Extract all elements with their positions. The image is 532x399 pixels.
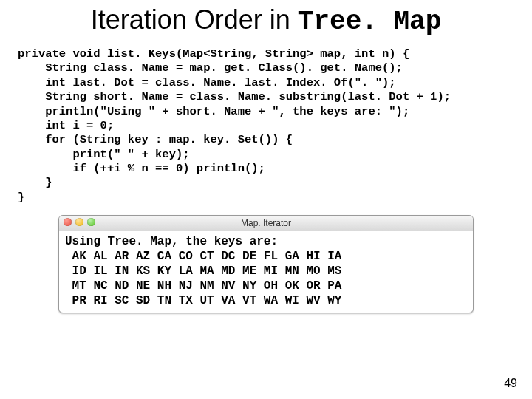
zoom-icon[interactable] <box>87 218 95 226</box>
title-text-mono: Tree. Map <box>298 7 441 37</box>
window-output: Using Tree. Map, the keys are: AK AL AR … <box>59 231 473 313</box>
slide: Iteration Order in Tree. Map private voi… <box>0 0 532 399</box>
close-icon[interactable] <box>64 218 72 226</box>
title-text-prefix: Iteration Order in <box>91 4 298 35</box>
page-number: 49 <box>504 377 517 390</box>
window-titlebar: Map. Iterator <box>59 216 473 231</box>
traffic-light-buttons <box>64 218 95 226</box>
code-block: private void list. Keys(Map<String, Stri… <box>18 47 532 205</box>
window-title: Map. Iterator <box>59 218 473 228</box>
output-window: Map. Iterator Using Tree. Map, the keys … <box>58 215 474 313</box>
minimize-icon[interactable] <box>75 218 83 226</box>
slide-title: Iteration Order in Tree. Map <box>0 0 532 37</box>
